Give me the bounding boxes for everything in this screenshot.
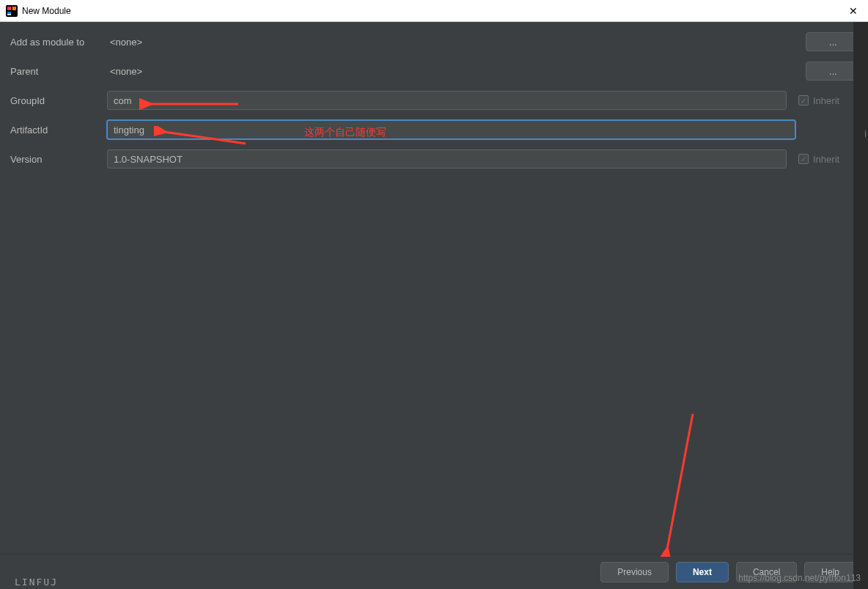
add-as-module-value: <none> (107, 37, 803, 48)
version-label: Version (10, 154, 104, 165)
groupid-inherit-group: ✓ Inherit (798, 95, 861, 106)
artifactid-label: ArtifactId (10, 125, 104, 136)
row-groupid: GroupId ✓ Inherit (10, 91, 861, 110)
bottom-strip-text: LINFUJ (15, 577, 58, 588)
version-inherit-label: Inherit (813, 154, 839, 165)
groupid-inherit-checkbox[interactable]: ✓ (798, 95, 809, 105)
row-parent: Parent <none> ... (10, 62, 861, 81)
row-version: Version ✓ Inherit (10, 149, 861, 168)
parent-value: <none> (107, 66, 803, 77)
close-icon[interactable]: ✕ (845, 4, 862, 18)
svg-rect-4 (7, 14, 11, 15)
right-badge: i (864, 129, 867, 139)
groupid-label: GroupId (10, 95, 104, 106)
add-as-module-label: Add as module to (10, 37, 104, 48)
right-strip (853, 22, 868, 589)
window-title: New Module (22, 6, 71, 16)
title-bar: New Module ✕ (0, 0, 868, 22)
intellij-icon (6, 5, 18, 17)
version-inherit-group: ✓ Inherit (798, 154, 861, 165)
row-artifactid: ArtifactId (10, 120, 861, 139)
dialog-body: Add as module to <none> ... Parent <none… (0, 22, 868, 554)
row-add-as-module: Add as module to <none> ... (10, 32, 861, 51)
groupid-inherit-label: Inherit (813, 95, 839, 106)
version-input[interactable] (107, 149, 787, 168)
watermark: https://blog.csdn.net/python113 (738, 573, 861, 583)
groupid-input[interactable] (107, 91, 787, 110)
next-button[interactable]: Next (676, 562, 729, 582)
artifactid-input[interactable] (107, 120, 795, 139)
title-left: New Module (6, 5, 71, 17)
browse-add-module-button[interactable]: ... (806, 32, 861, 51)
annotation-text: 这两个自己随便写 (304, 126, 386, 139)
svg-rect-1 (7, 7, 11, 10)
previous-button[interactable]: Previous (600, 562, 669, 582)
browse-parent-button[interactable]: ... (806, 62, 861, 81)
parent-label: Parent (10, 66, 104, 77)
version-inherit-checkbox[interactable]: ✓ (798, 154, 809, 164)
svg-rect-2 (12, 7, 16, 10)
dialog-footer: Previous Next Cancel Help (0, 554, 868, 589)
